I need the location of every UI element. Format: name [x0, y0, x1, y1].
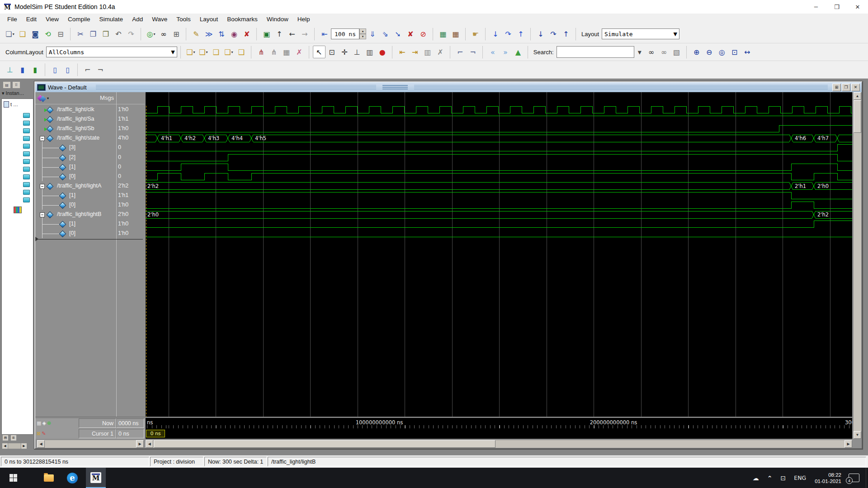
sim-root-item[interactable]: t…: [4, 101, 18, 108]
step-over-current-icon[interactable]: ↷: [547, 28, 560, 40]
cut-icon[interactable]: ✂: [74, 28, 87, 40]
signal-row--traffic_light-Sb[interactable]: /traffic_light/Sb1'h0: [35, 124, 145, 134]
wave-pane-blue-icon[interactable]: ▮: [16, 63, 29, 76]
break-icon[interactable]: ✘: [404, 28, 417, 40]
menu-compile[interactable]: Compile: [63, 15, 95, 23]
menu-layout[interactable]: Layout: [195, 15, 223, 23]
left-panel-scrollbar[interactable]: ◀ ▶: [2, 443, 27, 449]
wave-vscroll-up-icon[interactable]: ▲: [854, 92, 861, 100]
time-ruler[interactable]: ns100000000000 ns200000000000 ns30000000…: [146, 418, 852, 428]
refresh-icon[interactable]: ⟲: [42, 28, 54, 40]
stop-icon[interactable]: ⊘: [417, 28, 429, 40]
dropdown-icon[interactable]: ▾: [206, 50, 208, 54]
names-scroll-left-icon[interactable]: ◀: [37, 440, 45, 448]
sim-item-icon[interactable]: [23, 136, 30, 141]
edge-browser-button[interactable]: e: [62, 468, 82, 488]
wave-window-2-icon[interactable]: ▯: [61, 63, 74, 76]
cursor1-label[interactable]: Cursor 1: [79, 429, 116, 438]
cloud-icon[interactable]: ☁: [753, 474, 759, 482]
delete-signal-icon[interactable]: ✗: [293, 46, 306, 58]
dropdown-icon[interactable]: ▾: [13, 32, 14, 36]
signal-source-button[interactable]: ▾: [37, 94, 49, 103]
sim-hierarchy-panel[interactable]: [1, 99, 33, 435]
menu-add[interactable]: Add: [127, 15, 147, 23]
instance-pane-title[interactable]: ▾ Instan…: [2, 90, 32, 96]
insert-cursor-icon[interactable]: ▥: [421, 46, 434, 58]
align-bottom-icon[interactable]: ⊥: [351, 46, 363, 58]
titlebar-grip-handle[interactable]: [382, 85, 408, 90]
maximize-button[interactable]: ❒: [826, 0, 847, 14]
names-scroll-track[interactable]: [45, 440, 136, 448]
msgs-column-header[interactable]: Msgs: [85, 94, 114, 101]
minimize-button[interactable]: ─: [806, 0, 826, 14]
sim-item-icon[interactable]: [23, 128, 30, 133]
bracket-left-icon[interactable]: ⌐: [81, 63, 94, 76]
menu-wave[interactable]: Wave: [147, 15, 172, 23]
zoom-mode-icon[interactable]: ⊡: [326, 46, 338, 58]
bracket-right-icon[interactable]: ⌐: [94, 63, 107, 76]
search-forward-icon[interactable]: ∞: [645, 46, 658, 58]
add-wave-icon[interactable]: ❑▾: [184, 46, 197, 58]
search-options-icon[interactable]: ▧: [670, 46, 683, 58]
step-over-icon[interactable]: ↷: [502, 28, 514, 40]
combo-dropdown-icon[interactable]: ▼: [169, 49, 176, 55]
compile-icon[interactable]: ✎: [190, 28, 203, 40]
breakpoint-icon[interactable]: ●: [376, 46, 389, 58]
back-icon[interactable]: ←: [286, 28, 298, 40]
titlebar-grip[interactable]: [96, 85, 376, 90]
add-all-icon[interactable]: ❑: [235, 46, 248, 58]
menu-edit[interactable]: Edit: [22, 15, 41, 23]
chevron-up-icon[interactable]: ⌃: [767, 474, 773, 482]
layout-combo[interactable]: Simulate▼: [602, 28, 679, 39]
zoom-cursor-icon[interactable]: ↔: [741, 46, 754, 58]
search-dropdown-icon[interactable]: ▾: [634, 46, 645, 58]
zoom-in-icon[interactable]: ⊕: [690, 46, 703, 58]
sim-item-icon[interactable]: [23, 121, 30, 126]
titlebar-grip2[interactable]: [414, 85, 828, 90]
collapse-icon[interactable]: [40, 136, 45, 141]
edit-left-icon[interactable]: ⌐: [454, 46, 467, 58]
sim-item-icon[interactable]: [23, 113, 30, 118]
wave-window-1-icon[interactable]: ▯: [49, 63, 61, 76]
menu-file[interactable]: File: [3, 15, 22, 23]
run-continue-icon[interactable]: ⇘: [379, 28, 392, 40]
run-icon[interactable]: ⇓: [366, 28, 379, 40]
network-icon[interactable]: ⊡: [781, 474, 786, 482]
run-length-field[interactable]: 100 ns▲▼: [331, 28, 366, 39]
open-file-icon[interactable]: ❑: [16, 28, 29, 40]
step-into-icon[interactable]: ↓: [489, 28, 502, 40]
signal-row--traffic_light-lightB[interactable]: /traffic_light/lightB2'h0: [35, 210, 145, 220]
undo-icon[interactable]: ↶: [112, 28, 125, 40]
clock[interactable]: 08:22 01-01-2021: [815, 472, 841, 484]
waveform-canvas[interactable]: 4'h14'h24'h34'h44'h54'h64'h72'h22'h12'h0…: [146, 92, 852, 417]
wave-window-titlebar[interactable]: Wave - Default ⊞ ❐ ✕: [35, 82, 862, 92]
menu-simulate[interactable]: Simulate: [95, 15, 128, 23]
collapse-icon[interactable]: [40, 212, 45, 217]
wave-scroll-right-icon[interactable]: ▶: [844, 440, 852, 448]
profile-icon[interactable]: ▦: [437, 28, 449, 40]
simulate-icon[interactable]: ◉: [228, 28, 241, 40]
environment-up-icon[interactable]: ▣: [260, 28, 273, 40]
pane-grid-icon[interactable]: ▤: [2, 435, 9, 441]
end-simulation-icon[interactable]: ✘: [241, 28, 253, 40]
zoom-range-icon[interactable]: ⊡: [728, 46, 741, 58]
up-context-icon[interactable]: ↑: [273, 28, 286, 40]
sim-item-icon[interactable]: [23, 151, 30, 156]
signal-row--traffic_light-clk[interactable]: /traffic_light/clk1'h0: [35, 105, 145, 115]
find-prev-icon[interactable]: «: [486, 46, 499, 58]
zoom-out-icon[interactable]: ⊖: [703, 46, 716, 58]
lock-icon[interactable]: ⊠: [37, 431, 41, 436]
pane-add-icon[interactable]: ⊞: [10, 435, 17, 441]
add-time-icon[interactable]: ⊕: [47, 420, 51, 426]
memory-profile-icon[interactable]: ▦: [449, 28, 462, 40]
compile-options-icon[interactable]: ◎▾: [145, 28, 157, 40]
grid-mode-icon[interactable]: ▥: [363, 46, 376, 58]
palette-icon[interactable]: [14, 206, 22, 213]
sim-item-icon[interactable]: [23, 159, 30, 164]
cursor-track[interactable]: 0 ns: [146, 428, 852, 439]
action-center-icon[interactable]: 4: [849, 474, 859, 482]
wave-close-button[interactable]: ✕: [851, 84, 860, 91]
scroll-right-icon[interactable]: ▶: [21, 443, 27, 449]
dock-grid-icon[interactable]: ▤: [3, 81, 11, 89]
menu-view[interactable]: View: [41, 15, 63, 23]
